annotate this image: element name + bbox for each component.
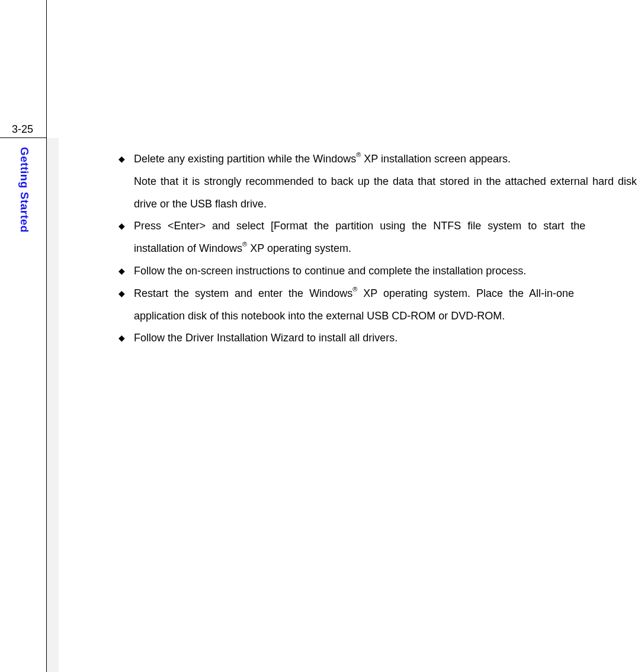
bullet-text: Delete any existing partition while the … bbox=[134, 153, 637, 215]
text-segment: installation of Windows bbox=[134, 242, 242, 254]
text-segment: XP installation screen appears. bbox=[361, 153, 511, 165]
text-segment: Restart the system and enter the Windows bbox=[134, 287, 352, 299]
text-segment: Press <Enter> and select [Format the par… bbox=[134, 220, 585, 232]
bullet-icon: ◆ bbox=[118, 215, 125, 238]
text-segment: XP operating system. Place the All-in-on… bbox=[357, 287, 574, 299]
list-item: ◆ Follow the on-screen instructions to c… bbox=[118, 260, 637, 283]
bullet-icon: ◆ bbox=[118, 260, 125, 283]
registered-mark: ® bbox=[242, 241, 247, 248]
section-label: Getting Started bbox=[18, 147, 31, 233]
list-item: ◆ Follow the Driver Installation Wizard … bbox=[118, 327, 637, 350]
page-number: 3-25 bbox=[0, 123, 46, 136]
bullet-text: Restart the system and enter the Windows… bbox=[134, 287, 637, 328]
text-segment: XP operating system. bbox=[247, 242, 351, 254]
text-segment: Note that it is strongly recommended to … bbox=[134, 171, 637, 216]
list-item: ◆ Delete any existing partition while th… bbox=[118, 148, 637, 215]
text-segment: application disk of this notebook into t… bbox=[134, 305, 637, 328]
bullet-text: Follow the Driver Installation Wizard to… bbox=[134, 332, 397, 344]
registered-mark: ® bbox=[352, 286, 357, 293]
grey-bar bbox=[47, 138, 59, 672]
page-number-underline bbox=[0, 137, 46, 138]
list-item: ◆ Press <Enter> and select [Format the p… bbox=[118, 215, 637, 260]
bullet-list: ◆ Delete any existing partition while th… bbox=[118, 148, 637, 350]
bullet-icon: ◆ bbox=[118, 327, 125, 350]
text-segment: Delete any existing partition while the … bbox=[134, 153, 356, 165]
page-wrapper: 3-25 Getting Started ◆ Delete any existi… bbox=[0, 0, 638, 672]
list-item: ◆ Restart the system and enter the Windo… bbox=[118, 283, 637, 328]
bullet-icon: ◆ bbox=[118, 148, 125, 171]
registered-mark: ® bbox=[356, 151, 361, 158]
bullet-text: Follow the on-screen instructions to con… bbox=[134, 265, 526, 277]
content-area: ◆ Delete any existing partition while th… bbox=[118, 148, 637, 350]
bullet-text: Press <Enter> and select [Format the par… bbox=[134, 220, 637, 260]
bullet-icon: ◆ bbox=[118, 283, 125, 305]
